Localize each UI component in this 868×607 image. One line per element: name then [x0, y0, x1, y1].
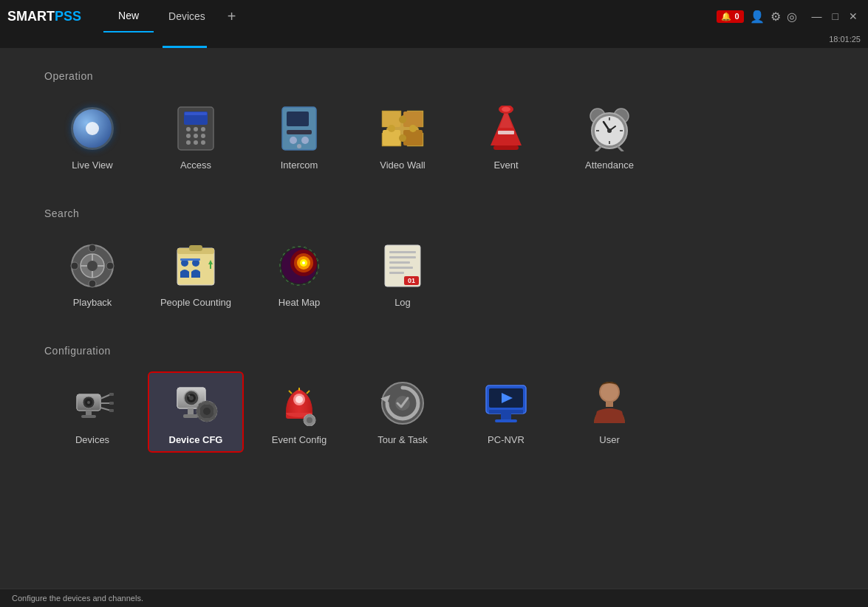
svg-point-22 [399, 116, 406, 123]
svg-point-9 [186, 140, 191, 145]
svg-rect-79 [389, 272, 404, 274]
section-configuration-label: Configuration [44, 345, 824, 357]
alert-count: 0 [734, 12, 739, 21]
close-button[interactable]: ✕ [846, 9, 861, 24]
svg-point-42 [607, 128, 612, 133]
tab-bar: New Devices + [103, 0, 244, 32]
alert-badge[interactable]: 🔔 0 [717, 10, 743, 23]
pc-nvr-item[interactable]: PC-NVR [458, 371, 554, 453]
event-label: Event [493, 160, 518, 171]
svg-point-6 [186, 134, 191, 138]
tab-devices[interactable]: Devices [154, 0, 220, 32]
svg-point-4 [194, 127, 198, 131]
access-icon [172, 105, 219, 152]
settings-icon[interactable]: ⚙ [770, 10, 781, 24]
pc-nvr-icon [482, 380, 530, 427]
user-item[interactable]: User [561, 371, 657, 453]
intercom-label: Intercom [281, 160, 318, 171]
svg-rect-138 [606, 401, 613, 407]
playback-item[interactable]: Playback [44, 234, 140, 315]
svg-point-15 [290, 137, 297, 144]
svg-point-71 [302, 261, 305, 264]
svg-rect-88 [81, 415, 96, 418]
user-icon-header[interactable]: 👤 [750, 10, 765, 24]
svg-rect-93 [109, 402, 114, 405]
svg-rect-62 [191, 258, 200, 261]
svg-point-24 [388, 125, 395, 132]
svg-point-17 [297, 144, 301, 148]
configuration-grid: Devices [44, 371, 824, 453]
svg-rect-76 [389, 256, 416, 258]
svg-point-100 [188, 394, 191, 397]
svg-rect-13 [287, 112, 309, 126]
svg-point-5 [201, 127, 205, 131]
svg-rect-58 [189, 245, 202, 251]
event-item[interactable]: Event [458, 97, 554, 178]
heat-map-item[interactable]: Heat Map [251, 234, 347, 315]
event-config-item[interactable]: Event Config [251, 371, 347, 453]
svg-point-137 [601, 383, 618, 401]
svg-rect-2 [185, 112, 207, 115]
svg-rect-18 [383, 112, 400, 127]
log-label: Log [394, 297, 411, 308]
svg-rect-30 [493, 145, 519, 150]
pc-nvr-label: PC-NVR [488, 434, 524, 445]
tour-task-icon [379, 380, 426, 427]
svg-point-122 [307, 417, 312, 423]
live-view-label: Live View [72, 160, 112, 171]
tab-new[interactable]: New [103, 0, 154, 32]
svg-rect-106 [205, 401, 209, 405]
titlebar: SMART PSS New Devices + 🔔 0 👤 ⚙ ◎ — □ ✕ [0, 0, 868, 32]
people-counting-item[interactable]: People Counting [148, 234, 244, 315]
status-text: Configure the devices and channels. [12, 594, 143, 603]
network-icon[interactable]: ◎ [787, 10, 797, 24]
svg-rect-14 [287, 130, 312, 134]
log-item[interactable]: 01 Log [355, 234, 451, 315]
tour-task-item[interactable]: Tour & Task [355, 371, 451, 453]
main-content: Operation Live View [0, 48, 868, 607]
live-view-icon [69, 105, 116, 152]
svg-point-51 [87, 261, 98, 271]
section-operation-label: Operation [44, 70, 824, 82]
devices-item[interactable]: Devices [44, 371, 140, 453]
attendance-label: Attendance [585, 160, 634, 171]
svg-rect-135 [495, 419, 517, 422]
access-label: Access [180, 160, 211, 171]
attendance-item[interactable]: Attendance [561, 97, 657, 178]
intercom-item[interactable]: Intercom [251, 97, 347, 178]
access-item[interactable]: Access [148, 97, 244, 178]
minimize-button[interactable]: — [809, 9, 825, 24]
devices-cfg-icon [69, 380, 116, 427]
svg-line-43 [596, 147, 601, 151]
svg-rect-134 [501, 414, 511, 419]
svg-rect-125 [304, 418, 306, 422]
tour-task-label: Tour & Task [377, 434, 428, 445]
device-cfg-item[interactable]: Device CFG [148, 371, 244, 453]
svg-rect-92 [109, 393, 114, 396]
logo-smart: SMART [7, 9, 55, 24]
svg-rect-75 [389, 251, 416, 253]
attendance-icon [586, 105, 633, 152]
live-view-item[interactable]: Live View [44, 97, 140, 178]
svg-point-7 [194, 134, 198, 138]
video-wall-item[interactable]: Video Wall [355, 97, 451, 178]
user-avatar-icon [586, 380, 633, 427]
svg-rect-126 [313, 418, 315, 422]
svg-point-47 [89, 280, 96, 287]
time-display: 18:01:25 [829, 35, 861, 44]
svg-line-120 [289, 391, 292, 394]
svg-point-11 [201, 140, 205, 145]
add-tab-button[interactable]: + [220, 8, 244, 25]
device-cfg-icon [172, 380, 219, 427]
svg-rect-31 [498, 131, 514, 134]
playback-icon [69, 242, 116, 289]
maximize-button[interactable]: □ [830, 9, 841, 24]
svg-point-117 [295, 396, 303, 403]
svg-line-119 [307, 391, 310, 394]
event-config-label: Event Config [272, 434, 327, 445]
log-icon: 01 [379, 242, 426, 289]
titlebar-controls: 🔔 0 👤 ⚙ ◎ — □ ✕ [717, 0, 861, 32]
svg-rect-101 [188, 408, 194, 414]
svg-rect-64 [210, 264, 211, 269]
svg-rect-78 [389, 267, 413, 269]
